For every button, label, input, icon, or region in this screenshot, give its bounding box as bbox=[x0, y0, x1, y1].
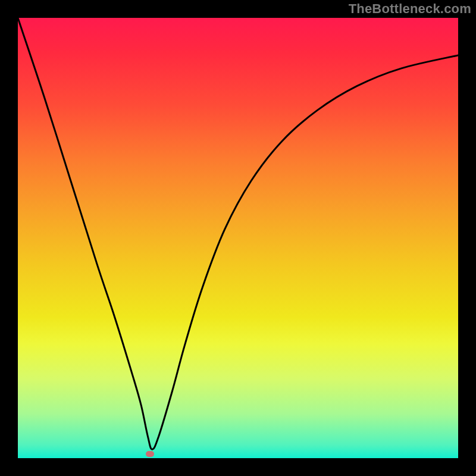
curve-line bbox=[18, 18, 458, 458]
watermark-text: TheBottleneck.com bbox=[349, 1, 471, 17]
data-point-marker bbox=[146, 451, 154, 457]
plot-area bbox=[18, 18, 458, 458]
chart-container: TheBottleneck.com bbox=[0, 0, 476, 476]
